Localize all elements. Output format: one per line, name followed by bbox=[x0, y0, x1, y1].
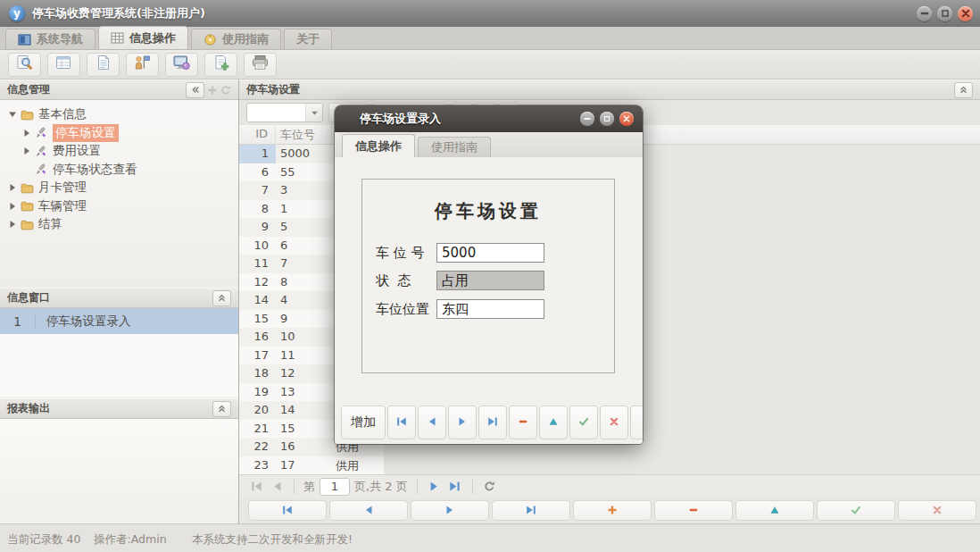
minus-icon bbox=[688, 502, 699, 519]
page-prev-button[interactable] bbox=[269, 479, 285, 495]
table-row[interactable]: 2317供用 bbox=[239, 456, 384, 475]
printer-button[interactable] bbox=[244, 53, 277, 77]
tab-info-operation[interactable]: 信息操作 bbox=[98, 26, 188, 49]
cell-id: 9 bbox=[239, 218, 276, 237]
cross-icon bbox=[932, 502, 943, 519]
tab-about[interactable]: 关于 bbox=[284, 29, 332, 49]
tree-item-3[interactable]: 停车场状态查看 bbox=[0, 161, 238, 180]
new-document-icon bbox=[212, 54, 230, 74]
operator-button[interactable] bbox=[126, 53, 159, 77]
dialog-edit-button[interactable] bbox=[539, 406, 568, 439]
chevron-down-icon bbox=[305, 104, 322, 121]
dialog-cancel-button[interactable] bbox=[600, 406, 628, 439]
document-button[interactable] bbox=[87, 53, 120, 77]
collapse-up-button[interactable] bbox=[954, 82, 973, 98]
dialog-prev-button[interactable] bbox=[418, 406, 446, 439]
dialog-close-button[interactable] bbox=[619, 112, 634, 126]
cell-space: 6 bbox=[276, 237, 332, 255]
expander-right-icon[interactable] bbox=[21, 128, 32, 138]
expander-right-icon[interactable] bbox=[7, 219, 18, 230]
record-count-label: 当前记录数 40 bbox=[7, 532, 80, 548]
nav-last-button[interactable] bbox=[492, 500, 570, 521]
tool-icon bbox=[35, 127, 48, 138]
help-icon bbox=[203, 34, 217, 46]
dialog-post-button[interactable] bbox=[569, 406, 598, 439]
cell-space: 15 bbox=[276, 420, 332, 439]
nav-delete-button[interactable] bbox=[654, 500, 733, 521]
list-item[interactable]: 1停车场设置录入 bbox=[0, 308, 238, 334]
new-document-button[interactable] bbox=[204, 53, 237, 77]
nav-prev-button[interactable] bbox=[329, 500, 408, 521]
window-minimize-button[interactable] bbox=[917, 6, 932, 21]
dialog-delete-button[interactable] bbox=[509, 406, 537, 439]
tree-item-0[interactable]: 基本信息 bbox=[0, 105, 238, 124]
dialog-next-button[interactable] bbox=[448, 406, 477, 439]
nav-post-button[interactable] bbox=[817, 500, 895, 521]
dialog-extra-button[interactable] bbox=[630, 406, 643, 439]
collapse-up-button[interactable] bbox=[212, 290, 231, 306]
expander-right-icon[interactable] bbox=[7, 201, 18, 212]
report-table-button[interactable] bbox=[47, 53, 80, 77]
collapse-left-button[interactable] bbox=[186, 82, 204, 98]
page-number-input[interactable] bbox=[320, 478, 350, 496]
dialog-tab-user-guide[interactable]: 使用指南 bbox=[418, 137, 491, 157]
dialog-maximize-button[interactable] bbox=[600, 112, 614, 126]
column-header-space[interactable]: 车位号 bbox=[276, 125, 332, 144]
page-next-button[interactable] bbox=[427, 479, 443, 495]
tree-item-5[interactable]: 车辆管理 bbox=[0, 197, 238, 216]
field-input-status[interactable] bbox=[436, 271, 544, 290]
window-maximize-button[interactable] bbox=[937, 6, 952, 21]
collapse-up-button[interactable] bbox=[212, 401, 231, 417]
cell-id: 17 bbox=[239, 347, 276, 365]
cell-id: 22 bbox=[239, 438, 276, 456]
filter-combobox[interactable] bbox=[246, 103, 323, 122]
nav-first-button[interactable] bbox=[248, 500, 327, 521]
app-window: y 停车场收费管理系统(非注册用户) 系统导航信息操作使用指南关于 信息管理 基… bbox=[0, 0, 980, 552]
cell-id: 1 bbox=[239, 145, 276, 163]
tree-item-2[interactable]: 费用设置 bbox=[0, 142, 238, 161]
cell-space: 5000 bbox=[276, 145, 332, 163]
left-sidebar: 信息管理 基本信息停车场设置费用设置停车场状态查看月卡管理车辆管理结算 信息窗口… bbox=[0, 79, 239, 523]
next-icon bbox=[457, 415, 468, 430]
nav-edit-button[interactable] bbox=[735, 500, 814, 521]
nav-next-button[interactable] bbox=[411, 500, 489, 521]
tree-item-6[interactable]: 结算 bbox=[0, 215, 238, 234]
expander-down-icon[interactable] bbox=[7, 109, 18, 120]
tree-item-label: 停车场状态查看 bbox=[53, 162, 137, 178]
tab-label: 使用指南 bbox=[222, 31, 269, 47]
dialog-tab-info-operation[interactable]: 信息操作 bbox=[342, 134, 415, 157]
cell-space: 55 bbox=[276, 163, 332, 182]
cell-space: 8 bbox=[276, 273, 332, 292]
field-input-space-location[interactable] bbox=[436, 299, 544, 319]
cell-space: 5 bbox=[276, 218, 332, 237]
nav-insert-button[interactable] bbox=[573, 500, 652, 521]
dialog-last-button[interactable] bbox=[478, 406, 507, 439]
tree-item-4[interactable]: 月卡管理 bbox=[0, 179, 238, 197]
tab-system-navigation[interactable]: 系统导航 bbox=[5, 29, 96, 49]
expander-right-icon[interactable] bbox=[7, 182, 18, 193]
dialog-title: 停车场设置录入 bbox=[360, 111, 441, 127]
tab-label: 关于 bbox=[296, 31, 320, 47]
main-toolbar bbox=[0, 50, 980, 79]
page-last-button[interactable] bbox=[447, 479, 463, 495]
tree-item-1[interactable]: 停车场设置 bbox=[0, 124, 238, 143]
expander-right-icon[interactable] bbox=[21, 146, 32, 156]
dialog-first-button[interactable] bbox=[387, 406, 416, 439]
tab-user-guide[interactable]: 使用指南 bbox=[191, 29, 281, 49]
folder-icon bbox=[21, 200, 34, 212]
add-record-button[interactable]: 增加 bbox=[341, 406, 386, 439]
tool-icon bbox=[35, 146, 48, 157]
page-first-button[interactable] bbox=[248, 479, 264, 495]
folder-icon bbox=[21, 182, 34, 194]
column-header-id[interactable]: ID bbox=[239, 125, 276, 144]
cell-id: 16 bbox=[239, 328, 276, 347]
dialog-minimize-button[interactable] bbox=[580, 112, 594, 126]
field-input-space-number[interactable] bbox=[436, 243, 544, 263]
preview-button[interactable] bbox=[8, 53, 41, 77]
refresh-button[interactable] bbox=[482, 479, 498, 495]
window-title: 停车场收费管理系统(非注册用户) bbox=[32, 5, 205, 21]
window-close-button[interactable] bbox=[958, 6, 973, 21]
monitor-button[interactable] bbox=[165, 53, 198, 77]
nav-cancel-button[interactable] bbox=[898, 500, 976, 521]
field-row-space-location: 车位位置 bbox=[376, 299, 544, 319]
